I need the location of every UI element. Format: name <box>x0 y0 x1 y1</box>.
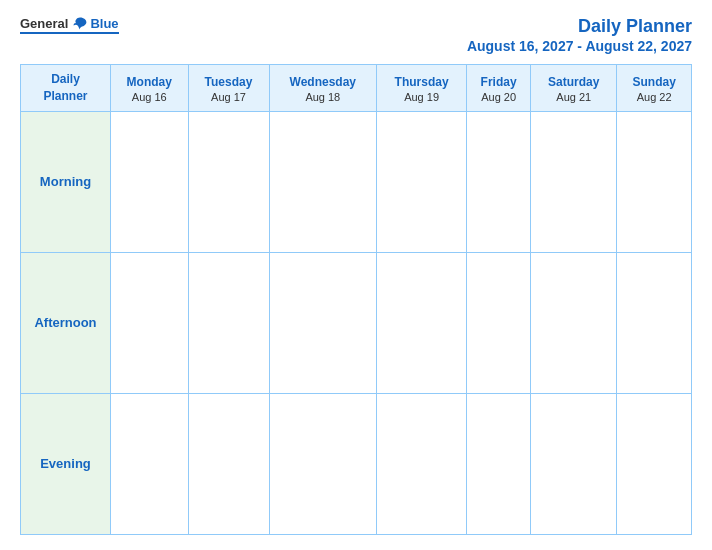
logo-underline <box>20 32 119 34</box>
col-header-monday: Monday Aug 16 <box>111 65 189 112</box>
morning-sunday-cell[interactable] <box>617 111 692 252</box>
page: General Blue Daily Planner August 16, 20… <box>0 0 712 550</box>
afternoon-saturday-cell[interactable] <box>531 252 617 393</box>
calendar-table: DailyPlanner Monday Aug 16 Tuesday Aug 1… <box>20 64 692 535</box>
afternoon-monday-cell[interactable] <box>111 252 189 393</box>
afternoon-sunday-cell[interactable] <box>617 252 692 393</box>
evening-wednesday-cell[interactable] <box>269 393 377 534</box>
col-header-saturday: Saturday Aug 21 <box>531 65 617 112</box>
morning-thursday-cell[interactable] <box>377 111 467 252</box>
header-row: DailyPlanner Monday Aug 16 Tuesday Aug 1… <box>21 65 692 112</box>
logo-text: General Blue <box>20 15 119 31</box>
col-header-main: DailyPlanner <box>21 65 111 112</box>
afternoon-thursday-cell[interactable] <box>377 252 467 393</box>
date-range: August 16, 2027 - August 22, 2027 <box>467 38 692 54</box>
col-header-friday: Friday Aug 20 <box>467 65 531 112</box>
evening-friday-cell[interactable] <box>467 393 531 534</box>
afternoon-friday-cell[interactable] <box>467 252 531 393</box>
evening-label: Evening <box>21 448 110 479</box>
title-area: Daily Planner August 16, 2027 - August 2… <box>467 15 692 54</box>
afternoon-label-cell: Afternoon <box>21 252 111 393</box>
morning-label: Morning <box>21 166 110 197</box>
col-header-wednesday: Wednesday Aug 18 <box>269 65 377 112</box>
evening-thursday-cell[interactable] <box>377 393 467 534</box>
col-header-sunday: Sunday Aug 22 <box>617 65 692 112</box>
header: General Blue Daily Planner August 16, 20… <box>20 15 692 54</box>
evening-label-cell: Evening <box>21 393 111 534</box>
logo-bird-icon <box>72 15 88 31</box>
planner-title: Daily Planner <box>467 15 692 38</box>
main-col-label: DailyPlanner <box>25 71 106 105</box>
morning-saturday-cell[interactable] <box>531 111 617 252</box>
afternoon-label: Afternoon <box>21 307 110 338</box>
morning-row: Morning <box>21 111 692 252</box>
morning-label-cell: Morning <box>21 111 111 252</box>
col-header-thursday: Thursday Aug 19 <box>377 65 467 112</box>
logo-blue-text: Blue <box>90 16 118 31</box>
evening-monday-cell[interactable] <box>111 393 189 534</box>
morning-monday-cell[interactable] <box>111 111 189 252</box>
evening-row: Evening <box>21 393 692 534</box>
morning-wednesday-cell[interactable] <box>269 111 377 252</box>
logo-general-text: General <box>20 16 68 31</box>
morning-friday-cell[interactable] <box>467 111 531 252</box>
morning-tuesday-cell[interactable] <box>188 111 269 252</box>
col-header-tuesday: Tuesday Aug 17 <box>188 65 269 112</box>
afternoon-tuesday-cell[interactable] <box>188 252 269 393</box>
afternoon-row: Afternoon <box>21 252 692 393</box>
evening-saturday-cell[interactable] <box>531 393 617 534</box>
afternoon-wednesday-cell[interactable] <box>269 252 377 393</box>
evening-tuesday-cell[interactable] <box>188 393 269 534</box>
logo-area: General Blue <box>20 15 119 34</box>
evening-sunday-cell[interactable] <box>617 393 692 534</box>
